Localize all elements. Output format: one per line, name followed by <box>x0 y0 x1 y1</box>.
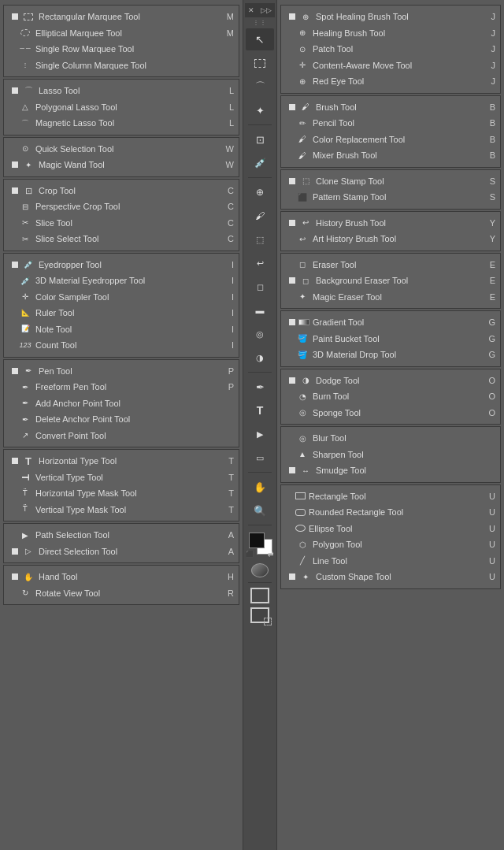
paint-bucket-item[interactable]: 🪣 Paint Bucket Tool G <box>281 331 500 347</box>
pen-item[interactable]: ✒ Pen Tool P <box>4 363 239 380</box>
magic-eraser-item[interactable]: ✦ Magic Eraser Tool E <box>281 289 500 306</box>
pen-tool-button[interactable]: ✒ <box>246 376 274 398</box>
magnetic-lasso-item[interactable]: ⌒ Magnetic Lasso Tool L <box>4 115 239 132</box>
eyedropper-tool-button[interactable]: 💉 <box>246 152 274 174</box>
lasso-item[interactable]: ⌒ Lasso Tool L <box>4 83 239 99</box>
dodge-item[interactable]: ◑ Dodge Tool O <box>281 373 500 389</box>
direct-selection-item[interactable]: ▷ Direct Selection Tool A <box>4 544 239 560</box>
clone-stamp-item[interactable]: ⬚ Clone Stamp Tool S <box>281 173 500 190</box>
vertical-type-item[interactable]: T Vertical Type Tool T <box>4 470 239 486</box>
type-tool-button[interactable]: T <box>246 399 274 421</box>
wand-tool-button[interactable]: ✦ <box>246 99 274 121</box>
quick-selection-item[interactable]: ⊙ Quick Selection Tool W <box>4 141 239 158</box>
ellipse-item[interactable]: Ellipse Tool U <box>281 521 500 537</box>
healing-tool-button[interactable]: ⊕ <box>246 181 274 203</box>
rectangle-item[interactable]: Rectangle Tool U <box>281 488 500 505</box>
count-item[interactable]: 123 Count Tool I <box>4 337 239 354</box>
history-brush-item[interactable]: ↩ History Brush Tool Y <box>281 215 500 232</box>
content-aware-move-item[interactable]: ✛ Content-Aware Move Tool J <box>281 58 500 74</box>
burn-icon: ◔ <box>295 391 309 402</box>
clone-tool-button[interactable]: ⬚ <box>246 228 274 251</box>
sharpen-item[interactable]: ▲ Sharpen Tool <box>281 447 500 463</box>
polygonal-lasso-item[interactable]: △ Polygonal Lasso Tool L <box>4 99 239 116</box>
gradient-item[interactable]: Gradient Tool G <box>281 314 500 331</box>
slice-select-item[interactable]: ✂ Slice Select Tool C <box>4 231 239 247</box>
shape-tool-button[interactable]: ▭ <box>246 447 274 469</box>
zoom-tool-button[interactable]: 🔍 <box>246 499 274 522</box>
smudge-item[interactable]: ↔ Smudge Tool <box>281 462 500 479</box>
lasso-tool-button[interactable]: ⌒ <box>246 76 274 98</box>
polygon-item[interactable]: ⬡ Polygon Tool U <box>281 536 500 553</box>
move-tool-button[interactable]: ↖ <box>246 28 274 50</box>
color-swatches[interactable]: ⇄ ⬛ <box>246 531 274 558</box>
path-select-button[interactable]: ▶ <box>246 423 274 445</box>
mixer-brush-item[interactable]: 🖌 Mixer Brush Tool B <box>281 147 500 164</box>
vertical-type-mask-item[interactable]: T̈ Vertical Type Mask Tool T <box>4 502 239 518</box>
burn-shortcut: O <box>488 390 495 403</box>
color-sampler-shortcut: I <box>232 291 234 304</box>
ruler-item[interactable]: 📐 Ruler Tool I <box>4 305 239 321</box>
note-item[interactable]: 📝 Note Tool I <box>4 321 239 338</box>
blur-tool-button[interactable]: ◎ <box>246 323 274 345</box>
horizontal-type-mask-item[interactable]: T̈ Horizontal Type Mask Tool T <box>4 485 239 502</box>
marquee-tool-button[interactable] <box>246 52 274 74</box>
freeform-pen-item[interactable]: ✒ Freeform Pen Tool P <box>4 379 239 395</box>
art-history-brush-label: Art History Brush Tool <box>313 232 484 246</box>
single-col-marquee-item[interactable]: ⋮ Single Column Marquee Tool <box>4 58 239 74</box>
rotate-view-item[interactable]: ↻ Rotate View Tool R <box>4 585 239 602</box>
add-anchor-item[interactable]: ✒ Add Anchor Point Tool <box>4 395 239 412</box>
patch-item[interactable]: ⊙ Patch Tool J <box>281 41 500 58</box>
eraser-tool-button[interactable]: ◻ <box>246 276 274 298</box>
foreground-color-swatch[interactable] <box>249 533 265 548</box>
crop-item[interactable]: ⊡ Crop Tool C <box>4 183 239 199</box>
expand-icon[interactable]: ▷▷ <box>261 6 272 14</box>
brush-tool-button[interactable]: 🖌 <box>246 205 274 227</box>
3d-material-drop-item[interactable]: 🪣 3D Material Drop Tool G <box>281 347 500 363</box>
sponge-item[interactable]: ◎ Sponge Tool O <box>281 405 500 421</box>
pencil-item[interactable]: ✏ Pencil Tool B <box>281 115 500 132</box>
reset-colors-icon[interactable]: ⬛ <box>246 551 254 558</box>
history-brush-button[interactable]: ↩ <box>246 252 274 274</box>
path-selection-item[interactable]: ▶ Path Selection Tool A <box>4 527 239 544</box>
toolbar-header[interactable]: ✕ ▷▷ <box>245 3 275 17</box>
quick-mask-button[interactable] <box>251 563 269 577</box>
custom-shape-item[interactable]: ✦ Custom Shape Tool U <box>281 569 500 585</box>
hand-tool-button[interactable]: ✋ <box>246 476 274 498</box>
perspective-crop-item[interactable]: ⊟ Perspective Crop Tool C <box>4 199 239 215</box>
elliptical-marquee-item[interactable]: Elliptical Marquee Tool M <box>4 25 239 42</box>
red-eye-item[interactable]: ⊕ Red Eye Tool J <box>281 73 500 90</box>
pattern-stamp-item[interactable]: ⬛ Pattern Stamp Tool S <box>281 189 500 206</box>
burn-item[interactable]: ◔ Burn Tool O <box>281 388 500 405</box>
rounded-rect-item[interactable]: Rounded Rectangle Tool U <box>281 504 500 521</box>
line-item[interactable]: ╱ Line Tool U <box>281 553 500 570</box>
slice-item[interactable]: ✂ Slice Tool C <box>4 215 239 232</box>
healing-brush-item[interactable]: ⊕ Healing Brush Tool J <box>281 25 500 42</box>
crop-tool-button[interactable]: ⊡ <box>246 128 274 150</box>
color-sampler-item[interactable]: ✛ Color Sampler Tool I <box>4 289 239 306</box>
close-icon[interactable]: ✕ <box>248 6 254 14</box>
delete-anchor-item[interactable]: ✒ Delete Anchor Point Tool <box>4 411 239 428</box>
color-replacement-item[interactable]: 🖌 Color Replacement Tool B <box>281 132 500 148</box>
horizontal-type-item[interactable]: T Horizontal Type Tool T <box>4 453 239 470</box>
hand-item[interactable]: ✋ Hand Tool H <box>4 569 239 585</box>
blur-item[interactable]: ◎ Blur Tool <box>281 430 500 447</box>
convert-point-item[interactable]: ↗ Convert Point Tool <box>4 428 239 444</box>
eyedropper-item[interactable]: 💉 Eyedropper Tool I <box>4 257 239 273</box>
spot-healing-item[interactable]: ⊕ Spot Healing Brush Tool J <box>281 9 500 25</box>
magic-wand-item[interactable]: ✦ Magic Wand Tool W <box>4 157 239 173</box>
eraser-item[interactable]: ◻ Eraser Tool E <box>281 257 500 273</box>
art-history-brush-shortcut: Y <box>490 232 495 246</box>
bg-eraser-icon: ◻ <box>298 275 313 286</box>
healing-flyout: ⊕ Spot Healing Brush Tool J ⊕ Healing Br… <box>280 5 501 94</box>
rectangular-marquee-item[interactable]: Rectangular Marquee Tool M <box>4 9 239 25</box>
3d-eyedropper-item[interactable]: 💉 3D Material Eyedropper Tool I <box>4 273 239 289</box>
bg-eraser-item[interactable]: ◻ Background Eraser Tool E <box>281 273 500 289</box>
brush-item[interactable]: 🖌 Brush Tool B <box>281 99 500 116</box>
screen-mode-button[interactable] <box>250 588 269 603</box>
dodge-tool-button[interactable]: ◑ <box>246 347 274 369</box>
swap-colors-icon[interactable]: ⇄ <box>268 550 274 558</box>
gradient-tool-button[interactable]: ▬ <box>246 299 274 321</box>
single-row-marquee-item[interactable]: ─ ─ Single Row Marquee Tool <box>4 41 239 58</box>
art-history-brush-item[interactable]: ↩ Art History Brush Tool Y <box>281 231 500 247</box>
frame-mode-button[interactable] <box>250 607 269 623</box>
